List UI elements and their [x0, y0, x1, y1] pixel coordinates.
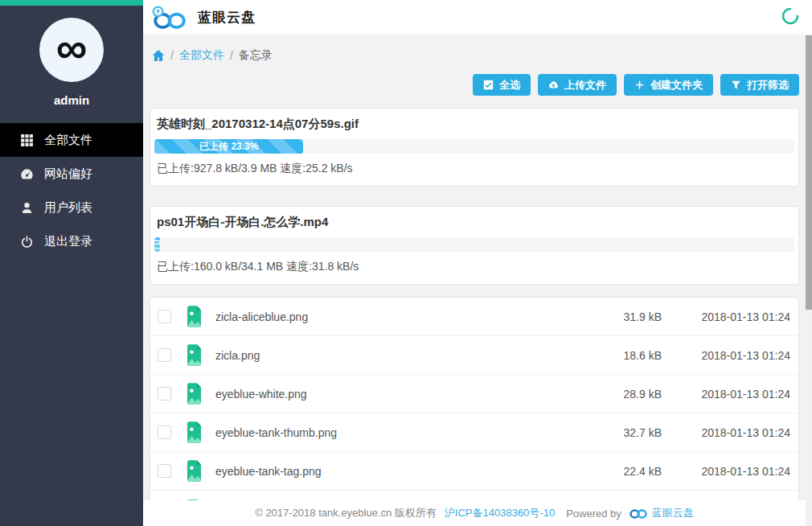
upload-card: ps01开场白-开场白.怎么学.mp4 已 已上传:160.0 kB/34.1 … — [150, 206, 799, 285]
upload-status: 已上传:160.0 kB/34.1 MB 速度:31.8 kB/s — [154, 260, 794, 274]
footer: © 2017-2018 tank.eyeblue.cn 版权所有 沪ICP备14… — [143, 500, 806, 526]
file-date: 2018-01-13 01:24 — [662, 465, 790, 478]
file-checkbox[interactable] — [158, 310, 171, 323]
open-filter-label: 打开筛选 — [747, 78, 789, 92]
file-size: 18.6 kB — [573, 349, 662, 362]
breadcrumb-separator: / — [230, 49, 233, 62]
upload-card: 英雄时刻_20170312-14点07分59s.gif 已上传 23.3% 已上… — [150, 108, 799, 187]
upload-filename: ps01开场白-开场白.怎么学.mp4 — [154, 215, 794, 230]
file-size: 31.9 kB — [573, 310, 662, 323]
breadcrumb-current: 备忘录 — [239, 48, 273, 63]
username: admin — [0, 93, 143, 107]
app-logo-icon — [150, 5, 190, 31]
file-name[interactable]: zicla-aliceblue.png — [215, 310, 573, 323]
upload-filename: 英雄时刻_20170312-14点07分59s.gif — [154, 117, 794, 132]
copyright-text: © 2017-2018 tank.eyeblue.cn 版权所有 — [255, 506, 437, 520]
upload-progress-fill: 已 — [154, 237, 160, 252]
home-icon[interactable] — [152, 49, 165, 62]
upload-file-button[interactable]: 上传文件 — [538, 74, 617, 96]
sidebar-item-label: 用户列表 — [44, 200, 92, 216]
file-name[interactable]: eyeblue-tank-thumb.png — [215, 426, 573, 439]
file-checkbox[interactable] — [158, 425, 171, 439]
file-checkbox[interactable] — [158, 348, 171, 362]
grid-icon — [20, 134, 34, 147]
avatar-logo-icon: ∞ — [56, 26, 88, 69]
check-square-icon — [483, 80, 494, 90]
powered-by-text: Powered by — [566, 508, 621, 520]
sidebar-item-site-preferences[interactable]: 网站偏好 — [0, 157, 143, 191]
breadcrumb-all-files-link[interactable]: 全部文件 — [179, 48, 224, 63]
file-row: eyeblue-tank-tag.png 22.4 kB 2018-01-13 … — [150, 452, 798, 491]
header: 蓝眼云盘 — [143, 0, 812, 35]
select-all-button[interactable]: 全选 — [473, 74, 531, 96]
cloud-upload-icon — [548, 80, 559, 90]
toolbar: 全选 上传文件 创建文件夹 打开筛选 — [150, 74, 799, 96]
sidebar-menu: 全部文件 网站偏好 用户列表 退出登录 — [0, 123, 143, 258]
footer-logo-icon — [628, 507, 649, 520]
create-folder-label: 创建文件夹 — [650, 78, 703, 92]
upload-progress-label: 已上传 23.3% — [199, 140, 258, 154]
image-file-icon — [186, 344, 203, 366]
sidebar: ∞ admin 全部文件 网站偏好 用户列表 退出登录 — [0, 0, 143, 526]
select-all-label: 全选 — [499, 78, 520, 92]
user-icon — [20, 201, 34, 215]
file-row: eyeblue-white.png 28.9 kB 2018-01-13 01:… — [150, 375, 798, 413]
upload-file-label: 上传文件 — [564, 78, 606, 92]
file-date: 2018-01-13 01:24 — [662, 349, 790, 362]
avatar: ∞ — [39, 18, 104, 82]
create-folder-button[interactable]: 创建文件夹 — [624, 74, 713, 96]
image-file-icon — [186, 383, 203, 405]
file-name[interactable]: eyeblue-white.png — [215, 388, 573, 401]
sidebar-accent-bar — [0, 0, 143, 6]
app-window: ∞ admin 全部文件 网站偏好 用户列表 退出登录 — [0, 0, 812, 526]
file-date: 2018-01-13 01:24 — [662, 310, 790, 323]
file-size: 22.4 kB — [573, 465, 662, 478]
breadcrumb: / 全部文件 / 备忘录 — [152, 46, 799, 65]
icp-link[interactable]: 沪ICP备14038360号-10 — [445, 506, 555, 520]
sidebar-item-all-files[interactable]: 全部文件 — [0, 123, 143, 157]
scrollbar-thumb[interactable] — [806, 35, 812, 310]
file-name[interactable]: eyeblue-tank-tag.png — [215, 465, 573, 478]
file-size: 28.9 kB — [573, 388, 662, 401]
sidebar-item-label: 网站偏好 — [44, 166, 92, 182]
open-filter-button[interactable]: 打开筛选 — [720, 74, 799, 96]
sidebar-item-label: 退出登录 — [44, 234, 92, 249]
power-icon — [20, 235, 34, 249]
scrollbar-track — [806, 35, 812, 526]
file-list: zicla-aliceblue.png 31.9 kB 2018-01-13 0… — [150, 297, 799, 526]
main-content: / 全部文件 / 备忘录 全选 上传文件 创建文件夹 打开筛选 — [143, 36, 806, 526]
file-name[interactable]: zicla.png — [215, 349, 573, 362]
image-file-icon — [186, 421, 203, 443]
upload-progress-label: 已 — [154, 238, 160, 252]
app-title: 蓝眼云盘 — [198, 8, 256, 27]
file-date: 2018-01-13 01:24 — [662, 426, 790, 439]
file-date: 2018-01-13 01:24 — [662, 388, 790, 401]
sidebar-item-user-list[interactable]: 用户列表 — [0, 191, 143, 224]
upload-progress-fill: 已上传 23.3% — [154, 139, 303, 154]
filter-icon — [731, 80, 741, 90]
file-checkbox[interactable] — [158, 387, 171, 401]
file-row: zicla-aliceblue.png 31.9 kB 2018-01-13 0… — [150, 298, 798, 336]
breadcrumb-separator: / — [170, 49, 174, 62]
file-row: zicla.png 18.6 kB 2018-01-13 01:24 — [150, 336, 798, 375]
gauge-icon — [20, 167, 34, 181]
upload-status: 已上传:927.8 kB/3.9 MB 速度:25.2 kB/s — [154, 162, 794, 176]
loading-spinner-icon — [781, 7, 799, 28]
upload-progress-bar: 已 — [154, 237, 794, 252]
upload-progress-bar: 已上传 23.3% — [154, 139, 794, 154]
file-checkbox[interactable] — [158, 464, 171, 478]
plus-icon — [634, 80, 645, 90]
sidebar-item-label: 全部文件 — [44, 133, 92, 148]
image-file-icon — [186, 460, 203, 482]
file-size: 32.7 kB — [573, 426, 662, 439]
sidebar-item-logout[interactable]: 退出登录 — [0, 224, 143, 258]
image-file-icon — [186, 306, 203, 327]
file-row: eyeblue-tank-thumb.png 32.7 kB 2018-01-1… — [150, 413, 798, 452]
footer-brand-link[interactable]: 蓝眼云盘 — [652, 506, 694, 520]
